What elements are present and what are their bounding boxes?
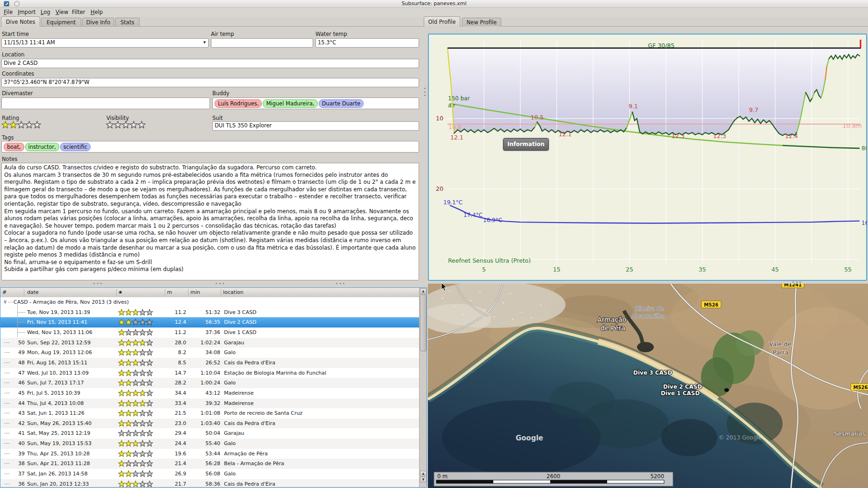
rating-stars (118, 349, 153, 357)
star-icon (118, 339, 125, 346)
dive-location: Cais da Pedra d'Eira (224, 481, 275, 487)
splitter-grip[interactable] (216, 283, 224, 284)
pill-blue[interactable]: Duarte Duarte (319, 99, 364, 108)
star-icon (125, 319, 132, 326)
dive-number: 49 (13, 349, 25, 356)
tab-old-profile[interactable]: Old Profile (424, 16, 460, 27)
tab-equipment[interactable]: Equipment (41, 18, 81, 27)
coordinates-field[interactable]: 37°05'23.460"N 8°20'47.879"W (1, 78, 419, 87)
table-row[interactable]: 39Thu, Apr 25, 2013 10:2819.653:44Armaçã… (0, 449, 419, 459)
scrollbar-thumb[interactable] (420, 294, 427, 351)
column-separator[interactable] (221, 289, 221, 296)
information-button[interactable]: Information (503, 138, 549, 151)
star-icon (139, 359, 146, 366)
dive-list-scrollbar[interactable]: ▲ ▲ ▼ (419, 288, 427, 487)
tab-dive-notes[interactable]: Dive Notes (1, 16, 40, 27)
menu-view[interactable]: View (56, 9, 68, 15)
dive-site-map[interactable]: M526M1241M526Armaçãode PêraRibeira deAlc… (428, 284, 868, 488)
pill-red[interactable]: Luís Rodrigues, (215, 99, 262, 108)
dive-depth: 12.4 (165, 319, 186, 325)
dive-date: Sat, Jan 26, 2013 14:58 (27, 471, 88, 477)
column-header-min[interactable]: min (190, 289, 200, 295)
table-row[interactable]: 49Mon, Aug 19, 2013 12:068.234:08Galo (0, 348, 419, 358)
dive-depth: 11.2 (165, 309, 186, 315)
menu-filter[interactable]: Filter (72, 9, 85, 15)
table-row[interactable]: 48Fri, Aug 16, 2013 15:118.526:52Cais da… (0, 358, 419, 368)
tree-line (4, 403, 10, 404)
dive-list-header[interactable]: #date★mminlocation (0, 288, 419, 298)
menu-import[interactable]: Import (18, 9, 35, 15)
rating-stars (118, 359, 153, 368)
scroll-down-icon[interactable]: ▼ (420, 477, 427, 482)
pill-green[interactable]: instructor, (25, 143, 59, 151)
table-row[interactable]: Fri, Nov 15, 2013 11:4112.456:35Dive 2 C… (0, 317, 419, 328)
splitter-grip[interactable] (336, 283, 344, 284)
pill-green[interactable]: Miguel Madureira, (263, 99, 317, 108)
column-separator[interactable] (116, 289, 117, 296)
notes-textarea[interactable]: Aula do curso CASD. Transectos c/video e… (1, 163, 419, 280)
column-header-stars[interactable]: ★ (118, 289, 123, 295)
dive-depth: 34.4 (165, 390, 186, 396)
splitter-grip-vertical[interactable] (424, 88, 426, 96)
menu-log[interactable]: Log (41, 9, 50, 15)
scroll-up-icon[interactable]: ▲ (420, 288, 427, 294)
table-row[interactable]: 38Sun, Apr 21, 2013 11:2821.456:28Bela -… (0, 459, 419, 469)
table-row[interactable]: 40Sun, May 19, 2013 15:5324.455:40Galo (0, 439, 419, 449)
splitter-grip[interactable] (93, 283, 102, 284)
rating-stars (118, 450, 153, 459)
menu-file[interactable]: File (4, 9, 13, 15)
table-row[interactable]: 50Sun, Sep 22, 2013 12:5928.01:02:24Gara… (0, 338, 419, 348)
table-row[interactable]: 37Sat, Jan 26, 2013 14:5826.956:08Galo (0, 469, 419, 479)
table-row[interactable]: 46Sun, Jul 7, 2013 17:1728.21:00:24Galo (0, 378, 419, 388)
buddy-label: Buddy (212, 90, 230, 97)
trip-row[interactable]: ∨CASD - Armação de Pêra, Nov 2013 (3 div… (0, 297, 419, 307)
divemaster-field[interactable] (1, 98, 210, 109)
star-icon (139, 319, 146, 326)
water-temp-field[interactable]: 15.3°C (315, 38, 419, 48)
column-header-date[interactable]: date (27, 289, 39, 295)
table-row[interactable]: 41Sat, May 25, 2013 12:1929.450:04Garaja… (0, 428, 419, 439)
table-row[interactable]: Wed, Nov 13, 2013 11:0611.237:36Dive 1 C… (0, 328, 419, 338)
suit-field[interactable]: DUI TLS 350 Explorer (212, 121, 419, 131)
dive-depth: 8.5 (165, 360, 186, 366)
table-row[interactable]: 44Thu, Jul 4, 2013 10:0833.439:32Madeire… (0, 398, 419, 409)
chevron-down-icon[interactable]: ▾ (203, 39, 206, 45)
rating-stars[interactable] (1, 121, 41, 131)
table-row[interactable]: 36Sun, Jan 20, 2013 12:3321.758:36Cais d… (0, 479, 419, 487)
visibility-stars[interactable] (106, 121, 146, 131)
table-row[interactable]: Tue, Nov 19, 2013 11:3911.251:32Dive 3 C… (0, 307, 419, 318)
scroll-up-icon[interactable]: ▲ (420, 471, 427, 476)
location-field[interactable]: Dive 2 CASD (1, 59, 419, 68)
tab-stats[interactable]: Stats (115, 18, 140, 27)
surface-gradient-fill (448, 48, 860, 135)
splitter-grip[interactable] (792, 281, 801, 283)
dive-date: Wed, Nov 13, 2013 11:06 (27, 329, 92, 335)
tags-field[interactable]: boat,instructor,scientific (1, 141, 419, 153)
tab-dive-info[interactable]: Dive Info (82, 18, 114, 27)
window-title: Subsurface: paneves.xml (0, 0, 868, 7)
column-header-location[interactable]: location (223, 289, 244, 295)
collapse-arrow-icon[interactable]: ∨ (3, 299, 7, 305)
table-row[interactable]: 47Wed, Jul 10, 2013 13:0914.71:10:04Esta… (0, 368, 419, 378)
pill-red[interactable]: boat, (4, 143, 24, 151)
map-label: Vale de (769, 341, 791, 348)
column-header-m[interactable]: m (167, 289, 172, 295)
start-time-combobox[interactable]: 11/15/13 11:41 AM ▾ (1, 38, 209, 48)
column-separator[interactable] (188, 289, 189, 296)
buddy-field[interactable]: Luís Rodrigues,Miguel Madureira,Duarte D… (212, 98, 419, 109)
svg-text:12.3: 12.3 (713, 132, 726, 139)
map-label: Dive 3 CASD (633, 369, 672, 376)
column-separator[interactable] (24, 289, 24, 296)
pill-blue[interactable]: scientific (60, 143, 91, 151)
menu-help[interactable]: Help (91, 9, 103, 15)
table-row[interactable]: 42Sun, May 26, 2013 15:4023.01:03:40Cais… (0, 418, 419, 429)
table-row[interactable]: 45Fri, Jul 5, 2013 10:3934.443:12Madeire… (0, 388, 419, 398)
column-separator[interactable] (165, 289, 165, 296)
svg-text:12.1: 12.1 (559, 131, 572, 138)
air-temp-field[interactable] (211, 38, 313, 48)
column-header-num[interactable]: # (2, 289, 7, 295)
tab-new-profile[interactable]: New Profile (462, 18, 501, 27)
dive-number: 38 (13, 460, 25, 467)
table-row[interactable]: 43Sat, Jun 1, 2013 11:2621.51:01:08Porto… (0, 408, 419, 418)
dive-duration: 55:40 (189, 440, 220, 446)
